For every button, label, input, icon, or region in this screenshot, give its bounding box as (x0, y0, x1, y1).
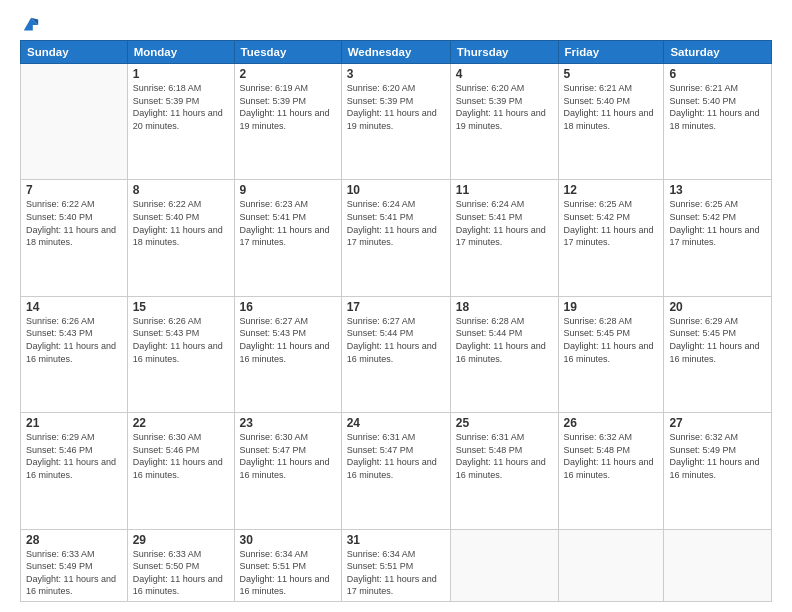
day-info: Sunrise: 6:24 AM Sunset: 5:41 PM Dayligh… (347, 198, 445, 248)
day-info: Sunrise: 6:23 AM Sunset: 5:41 PM Dayligh… (240, 198, 336, 248)
day-number: 28 (26, 533, 122, 547)
day-info: Sunrise: 6:34 AM Sunset: 5:51 PM Dayligh… (240, 548, 336, 598)
day-number: 8 (133, 183, 229, 197)
calendar-week-row: 1Sunrise: 6:18 AM Sunset: 5:39 PM Daylig… (21, 64, 772, 180)
calendar-week-row: 21Sunrise: 6:29 AM Sunset: 5:46 PM Dayli… (21, 413, 772, 529)
day-info: Sunrise: 6:20 AM Sunset: 5:39 PM Dayligh… (456, 82, 553, 132)
logo (20, 16, 40, 34)
day-info: Sunrise: 6:33 AM Sunset: 5:49 PM Dayligh… (26, 548, 122, 598)
day-info: Sunrise: 6:29 AM Sunset: 5:45 PM Dayligh… (669, 315, 766, 365)
calendar-cell: 14Sunrise: 6:26 AM Sunset: 5:43 PM Dayli… (21, 296, 128, 412)
calendar-cell: 6Sunrise: 6:21 AM Sunset: 5:40 PM Daylig… (664, 64, 772, 180)
day-info: Sunrise: 6:30 AM Sunset: 5:46 PM Dayligh… (133, 431, 229, 481)
day-number: 2 (240, 67, 336, 81)
day-number: 6 (669, 67, 766, 81)
calendar-cell: 11Sunrise: 6:24 AM Sunset: 5:41 PM Dayli… (450, 180, 558, 296)
day-number: 11 (456, 183, 553, 197)
col-saturday: Saturday (664, 41, 772, 64)
calendar-cell: 15Sunrise: 6:26 AM Sunset: 5:43 PM Dayli… (127, 296, 234, 412)
calendar-cell: 18Sunrise: 6:28 AM Sunset: 5:44 PM Dayli… (450, 296, 558, 412)
day-number: 14 (26, 300, 122, 314)
day-info: Sunrise: 6:30 AM Sunset: 5:47 PM Dayligh… (240, 431, 336, 481)
calendar-cell: 9Sunrise: 6:23 AM Sunset: 5:41 PM Daylig… (234, 180, 341, 296)
calendar-cell: 16Sunrise: 6:27 AM Sunset: 5:43 PM Dayli… (234, 296, 341, 412)
day-number: 16 (240, 300, 336, 314)
day-info: Sunrise: 6:26 AM Sunset: 5:43 PM Dayligh… (133, 315, 229, 365)
day-number: 12 (564, 183, 659, 197)
day-number: 31 (347, 533, 445, 547)
calendar-cell: 31Sunrise: 6:34 AM Sunset: 5:51 PM Dayli… (341, 529, 450, 601)
calendar-cell (21, 64, 128, 180)
calendar-cell: 29Sunrise: 6:33 AM Sunset: 5:50 PM Dayli… (127, 529, 234, 601)
day-number: 23 (240, 416, 336, 430)
day-info: Sunrise: 6:21 AM Sunset: 5:40 PM Dayligh… (564, 82, 659, 132)
calendar-cell: 3Sunrise: 6:20 AM Sunset: 5:39 PM Daylig… (341, 64, 450, 180)
calendar-cell: 13Sunrise: 6:25 AM Sunset: 5:42 PM Dayli… (664, 180, 772, 296)
day-number: 1 (133, 67, 229, 81)
day-info: Sunrise: 6:33 AM Sunset: 5:50 PM Dayligh… (133, 548, 229, 598)
page: Sunday Monday Tuesday Wednesday Thursday… (0, 0, 792, 612)
day-number: 15 (133, 300, 229, 314)
day-number: 5 (564, 67, 659, 81)
day-info: Sunrise: 6:27 AM Sunset: 5:43 PM Dayligh… (240, 315, 336, 365)
calendar-cell: 19Sunrise: 6:28 AM Sunset: 5:45 PM Dayli… (558, 296, 664, 412)
day-info: Sunrise: 6:32 AM Sunset: 5:49 PM Dayligh… (669, 431, 766, 481)
calendar-week-row: 7Sunrise: 6:22 AM Sunset: 5:40 PM Daylig… (21, 180, 772, 296)
col-friday: Friday (558, 41, 664, 64)
calendar-week-row: 28Sunrise: 6:33 AM Sunset: 5:49 PM Dayli… (21, 529, 772, 601)
day-number: 7 (26, 183, 122, 197)
calendar-table: Sunday Monday Tuesday Wednesday Thursday… (20, 40, 772, 602)
day-info: Sunrise: 6:20 AM Sunset: 5:39 PM Dayligh… (347, 82, 445, 132)
col-thursday: Thursday (450, 41, 558, 64)
day-number: 13 (669, 183, 766, 197)
col-sunday: Sunday (21, 41, 128, 64)
day-number: 9 (240, 183, 336, 197)
calendar-cell: 23Sunrise: 6:30 AM Sunset: 5:47 PM Dayli… (234, 413, 341, 529)
day-info: Sunrise: 6:18 AM Sunset: 5:39 PM Dayligh… (133, 82, 229, 132)
calendar-cell (558, 529, 664, 601)
day-number: 27 (669, 416, 766, 430)
calendar-cell: 1Sunrise: 6:18 AM Sunset: 5:39 PM Daylig… (127, 64, 234, 180)
calendar-cell (450, 529, 558, 601)
calendar-cell: 10Sunrise: 6:24 AM Sunset: 5:41 PM Dayli… (341, 180, 450, 296)
day-info: Sunrise: 6:28 AM Sunset: 5:45 PM Dayligh… (564, 315, 659, 365)
day-number: 24 (347, 416, 445, 430)
day-number: 26 (564, 416, 659, 430)
day-info: Sunrise: 6:24 AM Sunset: 5:41 PM Dayligh… (456, 198, 553, 248)
day-info: Sunrise: 6:22 AM Sunset: 5:40 PM Dayligh… (133, 198, 229, 248)
calendar-cell: 27Sunrise: 6:32 AM Sunset: 5:49 PM Dayli… (664, 413, 772, 529)
day-info: Sunrise: 6:26 AM Sunset: 5:43 PM Dayligh… (26, 315, 122, 365)
day-info: Sunrise: 6:34 AM Sunset: 5:51 PM Dayligh… (347, 548, 445, 598)
day-number: 19 (564, 300, 659, 314)
calendar-week-row: 14Sunrise: 6:26 AM Sunset: 5:43 PM Dayli… (21, 296, 772, 412)
day-info: Sunrise: 6:31 AM Sunset: 5:48 PM Dayligh… (456, 431, 553, 481)
day-number: 10 (347, 183, 445, 197)
day-number: 4 (456, 67, 553, 81)
day-number: 30 (240, 533, 336, 547)
col-tuesday: Tuesday (234, 41, 341, 64)
day-number: 21 (26, 416, 122, 430)
calendar-cell: 20Sunrise: 6:29 AM Sunset: 5:45 PM Dayli… (664, 296, 772, 412)
day-info: Sunrise: 6:25 AM Sunset: 5:42 PM Dayligh… (564, 198, 659, 248)
calendar-cell: 7Sunrise: 6:22 AM Sunset: 5:40 PM Daylig… (21, 180, 128, 296)
calendar-cell: 30Sunrise: 6:34 AM Sunset: 5:51 PM Dayli… (234, 529, 341, 601)
calendar-cell: 4Sunrise: 6:20 AM Sunset: 5:39 PM Daylig… (450, 64, 558, 180)
day-info: Sunrise: 6:32 AM Sunset: 5:48 PM Dayligh… (564, 431, 659, 481)
logo-icon (22, 16, 40, 34)
day-info: Sunrise: 6:25 AM Sunset: 5:42 PM Dayligh… (669, 198, 766, 248)
calendar-cell: 22Sunrise: 6:30 AM Sunset: 5:46 PM Dayli… (127, 413, 234, 529)
day-number: 29 (133, 533, 229, 547)
day-number: 20 (669, 300, 766, 314)
calendar-cell: 2Sunrise: 6:19 AM Sunset: 5:39 PM Daylig… (234, 64, 341, 180)
col-monday: Monday (127, 41, 234, 64)
calendar-header-row: Sunday Monday Tuesday Wednesday Thursday… (21, 41, 772, 64)
calendar-cell: 26Sunrise: 6:32 AM Sunset: 5:48 PM Dayli… (558, 413, 664, 529)
calendar-cell: 24Sunrise: 6:31 AM Sunset: 5:47 PM Dayli… (341, 413, 450, 529)
day-info: Sunrise: 6:31 AM Sunset: 5:47 PM Dayligh… (347, 431, 445, 481)
col-wednesday: Wednesday (341, 41, 450, 64)
header (20, 16, 772, 34)
calendar-cell: 21Sunrise: 6:29 AM Sunset: 5:46 PM Dayli… (21, 413, 128, 529)
day-info: Sunrise: 6:27 AM Sunset: 5:44 PM Dayligh… (347, 315, 445, 365)
day-info: Sunrise: 6:19 AM Sunset: 5:39 PM Dayligh… (240, 82, 336, 132)
calendar-cell: 28Sunrise: 6:33 AM Sunset: 5:49 PM Dayli… (21, 529, 128, 601)
